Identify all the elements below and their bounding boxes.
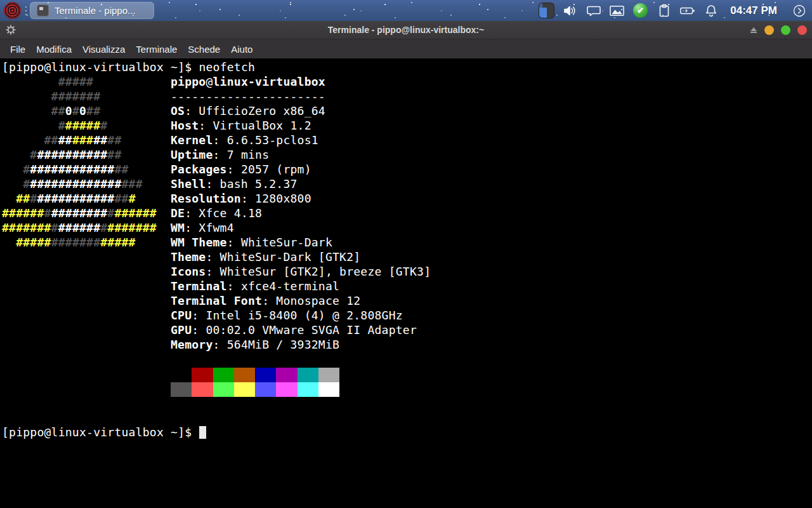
palette-block — [298, 382, 318, 397]
shade-button[interactable] — [750, 26, 757, 34]
palette-block — [213, 368, 234, 382]
palette-block — [171, 382, 192, 397]
active-workspace — [539, 8, 547, 18]
palette-block — [255, 368, 276, 382]
terminal-cursor — [199, 426, 206, 439]
prompt-line: [pippo@linux-virtualbox ~]$ neofetch — [2, 60, 255, 74]
palette-block — [255, 382, 276, 397]
workspace-switcher[interactable] — [539, 3, 554, 18]
volume-icon[interactable] — [562, 3, 578, 18]
palette-block — [171, 368, 192, 382]
menu-visualizza[interactable]: Visualizza — [77, 41, 130, 57]
menu-schede[interactable]: Schede — [183, 41, 225, 57]
menu-terminale[interactable]: Terminale — [131, 41, 182, 57]
panel-collapse-arrow-icon[interactable] — [791, 3, 807, 18]
palette-block — [298, 368, 318, 382]
palette-block — [192, 368, 213, 382]
menu-modifica[interactable]: Modifica — [31, 41, 77, 57]
palette-block — [318, 368, 339, 382]
terminal-window: Terminale - pippo@linux-virtualbox:~ Fil… — [0, 21, 812, 508]
menubar: File Modifica Visualizza Terminale Sched… — [0, 39, 812, 58]
battery-icon[interactable] — [679, 3, 695, 18]
minimize-button[interactable] — [764, 25, 774, 35]
panel-handle[interactable] — [24, 4, 28, 17]
palette-block — [276, 382, 297, 397]
desktop: Terminale - pippo... — [0, 0, 812, 508]
display-wallpaper-icon[interactable] — [609, 3, 625, 18]
palette-row-normal — [171, 368, 339, 382]
palette-block — [234, 368, 255, 382]
palette-block — [234, 382, 255, 397]
update-check-icon[interactable]: ✔ — [632, 3, 648, 18]
palette-block — [318, 382, 339, 397]
window-gear-icon — [6, 25, 16, 35]
terminal-screen[interactable]: [pippo@linux-virtualbox ~]$ neofetch ###… — [0, 58, 812, 508]
system-tray: ✔ 04:47 PM — [539, 3, 807, 18]
close-button[interactable] — [797, 25, 807, 35]
palette-block — [213, 382, 234, 397]
terminal-icon — [37, 4, 49, 17]
window-controls — [750, 25, 807, 35]
taskbar-window-label: Terminale - pippo... — [55, 5, 136, 16]
neofetch-info: pippo@linux-virtualbox -----------------… — [171, 74, 431, 352]
palette-row-bright — [171, 382, 339, 397]
chat-icon[interactable] — [586, 3, 601, 18]
palette-block — [276, 368, 297, 382]
check-icon: ✔ — [633, 3, 648, 18]
maximize-button[interactable] — [781, 25, 790, 35]
top-panel: Terminale - pippo... — [0, 0, 812, 21]
panel-clock[interactable]: 04:47 PM — [730, 4, 777, 17]
titlebar[interactable]: Terminale - pippo@linux-virtualbox:~ — [0, 21, 812, 39]
app-menu-logo-icon[interactable] — [4, 2, 21, 19]
window-title: Terminale - pippo@linux-virtualbox:~ — [0, 25, 812, 35]
notifications-bell-icon[interactable] — [703, 3, 719, 18]
palette-block — [192, 382, 213, 397]
menu-aiuto[interactable]: Aiuto — [226, 41, 258, 57]
taskbar-window-button[interactable]: Terminale - pippo... — [30, 2, 154, 19]
clipboard-icon[interactable] — [656, 3, 672, 18]
prompt-line-2: [pippo@linux-virtualbox ~]$ — [2, 425, 206, 439]
neofetch-ascii-art: ##### ####### ##0#0## ####### ##########… — [2, 74, 157, 250]
menu-file[interactable]: File — [5, 41, 30, 57]
